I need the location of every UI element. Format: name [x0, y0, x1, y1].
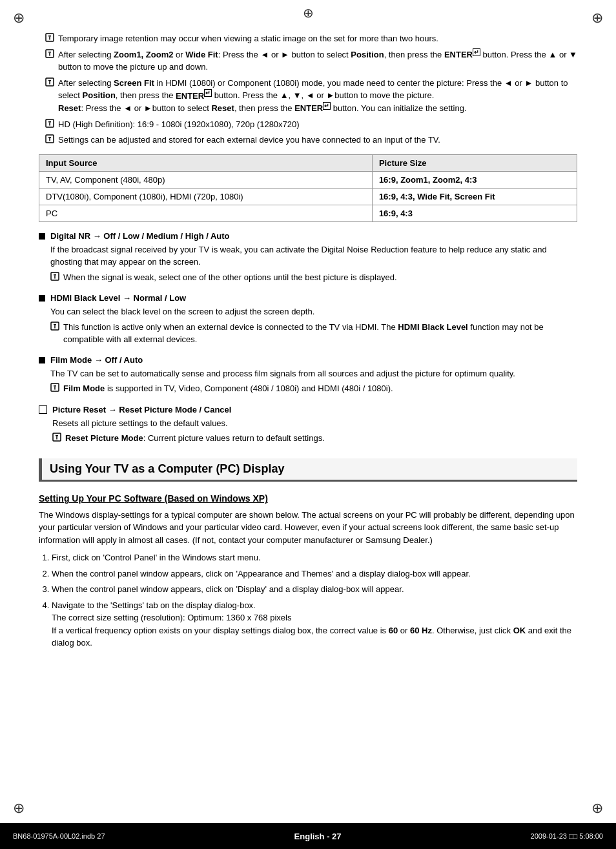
page-container: ⊕ ⊕ ⊕ ⊕ ⊕ Temporary image retention may …: [0, 0, 616, 849]
svg-rect-25: [56, 435, 58, 436]
svg-rect-13: [48, 137, 51, 138]
corner-bottom-left-icon: ⊕: [13, 800, 25, 817]
section-picture-reset-header: Picture Reset → Reset Picture Mode / Can…: [39, 405, 577, 414]
svg-rect-19: [54, 324, 56, 325]
pc-step-2: When the control panel window appears, c…: [52, 568, 577, 580]
section-film-mode: Film Mode → Off / Auto The TV can be set…: [39, 355, 577, 396]
footer: BN68-01975A-00L02.indb 27 English - 27 2…: [0, 823, 616, 849]
svg-rect-10: [48, 121, 51, 123]
section-film-mode-note: Film Mode is supported in TV, Video, Com…: [50, 382, 577, 396]
table-cell-input-2: DTV(1080i), Component (1080i), HDMI (720…: [39, 188, 373, 205]
note-icon-7: [50, 322, 59, 334]
note-text-5: Settings can be adjusted and stored for …: [58, 134, 577, 147]
svg-rect-11: [49, 122, 50, 125]
svg-rect-17: [54, 275, 56, 278]
pc-steps-list: First, click on 'Control Panel' in the W…: [39, 551, 577, 650]
svg-rect-2: [49, 37, 50, 40]
section-film-mode-body: The TV can be set to automatically sense…: [39, 367, 577, 396]
footer-left-text: BN68-01975A-00L02.indb 27: [13, 832, 105, 840]
note-icon-2: [45, 49, 54, 60]
pc-step-1: First, click on 'Control Panel' in the W…: [52, 551, 577, 564]
note-hdmi-black-text: This function is active only when an ext…: [63, 321, 577, 346]
note-picture-reset-text: Reset Picture Mode: Current picture valu…: [65, 432, 577, 445]
note-icon-3: [45, 77, 54, 88]
note-text-4: HD (High Definition): 16:9 - 1080i (1920…: [58, 118, 577, 131]
section-hdmi-black-title: HDMI Black Level → Normal / Low: [50, 293, 186, 303]
pc-section: Setting Up Your PC Software (Based on Wi…: [39, 493, 577, 650]
svg-rect-26: [56, 436, 57, 440]
note-film-mode-text: Film Mode is supported in TV, Video, Com…: [63, 382, 577, 395]
svg-rect-5: [49, 52, 50, 56]
section-hdmi-black-note: This function is active only when an ext…: [50, 321, 577, 346]
main-heading-container: Using Your TV as a Computer (PC) Display: [39, 458, 577, 482]
svg-rect-22: [54, 385, 56, 387]
note-digital-nr-text: When the signal is weak, select one of t…: [63, 271, 577, 284]
picture-table: Input Source Picture Size TV, AV, Compon…: [39, 154, 577, 222]
corner-top-right-icon: ⊕: [591, 10, 603, 26]
pc-sub-heading: Setting Up Your PC Software (Based on Wi…: [39, 493, 577, 504]
note-row-4: HD (High Definition): 16:9 - 1080i (1920…: [39, 118, 577, 131]
svg-rect-8: [49, 81, 50, 84]
corner-bottom-right-icon: ⊕: [591, 800, 603, 817]
section-picture-reset-text: Resets all picture settings to the defau…: [52, 417, 577, 430]
note-icon-6: [50, 272, 59, 285]
note-icon-1: [45, 33, 54, 44]
section-picture-reset: Picture Reset → Reset Picture Mode / Can…: [39, 405, 577, 445]
note-icon-4: [45, 119, 54, 130]
footer-center-text: English - 27: [294, 832, 342, 841]
top-crosshair-icon: ⊕: [303, 5, 314, 21]
section-film-mode-title: Film Mode → Off / Auto: [50, 355, 143, 365]
section-digital-nr-header: Digital NR → Off / Low / Medium / High /…: [39, 231, 577, 241]
pc-step-4: Navigate to the 'Settings' tab on the di…: [52, 599, 577, 650]
section-picture-reset-title: Picture Reset → Reset Picture Mode / Can…: [52, 405, 231, 414]
table-header-picture: Picture Size: [372, 154, 577, 171]
section-film-mode-header: Film Mode → Off / Auto: [39, 355, 577, 365]
main-heading: Using Your TV as a Computer (PC) Display: [50, 462, 284, 475]
note-row-5: Settings can be adjusted and stored for …: [39, 134, 577, 147]
svg-rect-7: [48, 80, 51, 81]
section-digital-nr-body: If the broadcast signal received by your…: [39, 243, 577, 285]
pc-step-3: When the control panel window appears, c…: [52, 583, 577, 596]
table-row: PC 16:9, 4:3: [39, 205, 577, 221]
table-cell-picture-1: 16:9, Zoom1, Zoom2, 4:3: [372, 171, 577, 188]
section-picture-reset-note: Reset Picture Mode: Current picture valu…: [52, 432, 577, 445]
table-cell-input-1: TV, AV, Component (480i, 480p): [39, 171, 373, 188]
svg-rect-16: [54, 274, 56, 276]
note-text-3: After selecting Screen Fit in HDMI (1080…: [58, 77, 577, 115]
table-cell-input-3: PC: [39, 205, 373, 221]
note-text-1: Temporary image retention may occur when…: [58, 32, 577, 45]
section-picture-reset-body: Resets all picture settings to the defau…: [39, 417, 577, 445]
note-row-3: After selecting Screen Fit in HDMI (1080…: [39, 77, 577, 115]
svg-rect-20: [54, 325, 56, 328]
section-digital-nr-note: When the signal is weak, select one of t…: [50, 271, 577, 285]
header-notes: Temporary image retention may occur when…: [39, 32, 577, 147]
section-digital-nr-title: Digital NR → Off / Low / Medium / High /…: [50, 231, 230, 241]
table-row: DTV(1080i), Component (1080i), HDMI (720…: [39, 188, 577, 205]
table-row: TV, AV, Component (480i, 480p) 16:9, Zoo…: [39, 171, 577, 188]
note-icon-8: [50, 383, 59, 396]
note-text-2: After selecting Zoom1, Zoom2 or Wide Fit…: [58, 48, 577, 74]
bullet-icon-2: [39, 295, 45, 302]
corner-top-left-icon: ⊕: [13, 10, 25, 26]
section-film-mode-text: The TV can be set to automatically sense…: [50, 367, 577, 380]
note-row-1: Temporary image retention may occur when…: [39, 32, 577, 45]
bullet-icon-1: [39, 233, 45, 240]
svg-rect-4: [48, 52, 51, 53]
section-digital-nr: Digital NR → Off / Low / Medium / High /…: [39, 231, 577, 285]
note-row-2: After selecting Zoom1, Zoom2 or Wide Fit…: [39, 48, 577, 74]
section-hdmi-black-body: You can select the black level on the sc…: [39, 305, 577, 346]
note-icon-9: [52, 433, 61, 445]
svg-rect-1: [48, 36, 51, 37]
note-icon-5: [45, 134, 54, 145]
footer-right-text: 2009-01-23 □□ 5:08:00: [531, 832, 603, 840]
section-hdmi-black-text: You can select the black level on the sc…: [50, 305, 577, 318]
checkbox-icon: [39, 405, 47, 414]
svg-rect-14: [49, 138, 50, 141]
section-digital-nr-text: If the broadcast signal received by your…: [50, 243, 577, 269]
pc-intro-text: The Windows display-settings for a typic…: [39, 509, 577, 547]
bullet-icon-3: [39, 357, 45, 363]
section-hdmi-black: HDMI Black Level → Normal / Low You can …: [39, 293, 577, 346]
table-header-input: Input Source: [39, 154, 373, 171]
table-cell-picture-2: 16:9, 4:3, Wide Fit, Screen Fit: [372, 188, 577, 205]
table-cell-picture-3: 16:9, 4:3: [372, 205, 577, 221]
